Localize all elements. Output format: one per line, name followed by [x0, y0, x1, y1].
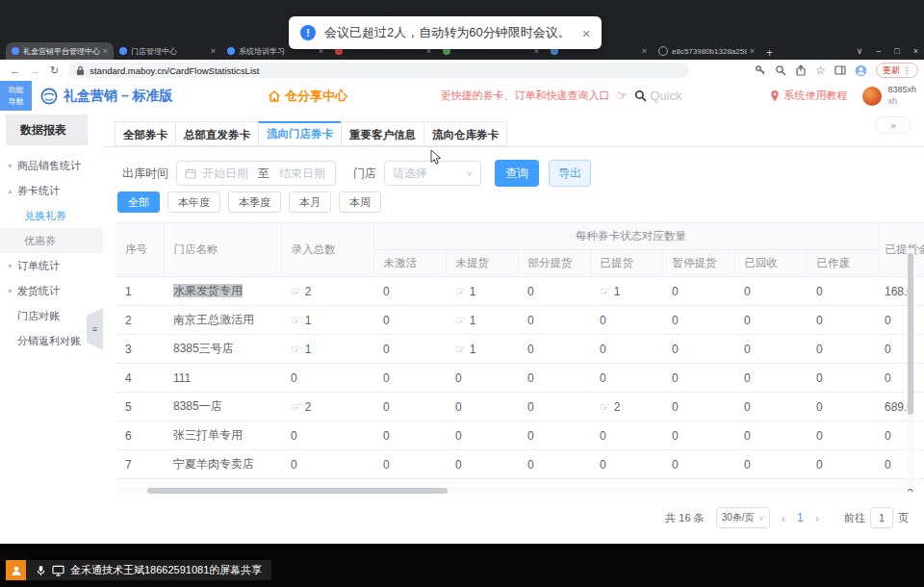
function-nav-button[interactable]: 功能 导航	[0, 81, 32, 111]
prev-page-icon[interactable]: ‹	[782, 511, 785, 525]
sidebar-item[interactable]: ▲券卡统计	[0, 178, 103, 203]
tab-search-icon[interactable]: ∨	[857, 46, 863, 56]
tab-close-icon[interactable]: ×	[103, 46, 108, 56]
pointer-icon[interactable]: ☞	[455, 285, 466, 298]
goto-page-input[interactable]: 1	[870, 507, 893, 528]
meeting-toast: ! 会议已超过2人，自动转为60分钟限时会议。 ×	[289, 16, 602, 49]
content-tab[interactable]: 流向仓库券卡	[424, 121, 507, 146]
content-tab[interactable]: 全部券卡	[115, 121, 176, 146]
brand: 礼盒营销 – 标准版	[40, 81, 173, 111]
pointer-icon[interactable]: ☞	[291, 343, 301, 356]
browser-tab-title: e8c573980b1328a258fd2e6...	[672, 47, 747, 56]
tab-close-icon[interactable]: ×	[750, 46, 755, 56]
date-range-input[interactable]: 开始日期 至 结束日期	[176, 161, 336, 186]
table-cell: 0	[590, 450, 662, 479]
quick-filter-button[interactable]: 本年度	[167, 191, 220, 213]
user-name: 8385xh	[887, 85, 916, 95]
table-row[interactable]: 7宁夏羊肉专卖店000000000	[116, 450, 924, 479]
table-row[interactable]: 4111000000000	[116, 364, 924, 393]
tab-close-icon[interactable]: ×	[642, 46, 647, 56]
calendar-icon	[185, 167, 196, 179]
pointer-icon[interactable]: ☞	[600, 285, 610, 298]
share-status-text: 金禾通技术王斌18662591081的屏幕共享	[70, 563, 262, 577]
arrow-down-icon: ▼	[7, 288, 13, 294]
col-header-store: 门店名称	[164, 223, 281, 277]
sidebar-item[interactable]: ▼发货统计	[0, 278, 103, 303]
content-tab[interactable]: 重要客户信息	[341, 121, 424, 146]
maximize-icon[interactable]: □	[894, 46, 899, 56]
expand-tabs-button[interactable]: »	[876, 116, 911, 134]
address-bar[interactable]: standard.maboy.cn/CardFlowStatisticsList	[68, 63, 689, 78]
table-cell: 0	[590, 335, 662, 364]
table-row[interactable]: 1水果发货专用☞20☞10☞1000168.0	[116, 277, 924, 306]
url-text: standard.maboy.cn/CardFlowStatisticsList	[90, 65, 259, 76]
tab-close-icon[interactable]: ×	[211, 46, 216, 56]
page-size-select[interactable]: 30条/页 ∨	[716, 507, 770, 528]
location-pin-icon	[770, 89, 780, 102]
quick-filter-button[interactable]: 本月	[289, 191, 331, 213]
table-cell: 0	[446, 393, 518, 421]
store-name: 111	[173, 371, 191, 385]
pointer-icon[interactable]: ☞	[291, 285, 301, 298]
status-col-header: 未激活	[373, 250, 446, 277]
current-page[interactable]: 1	[797, 511, 804, 524]
vertical-scrollbar-thumb[interactable]	[908, 253, 913, 415]
browser-tab[interactable]: 门店管理中心×	[114, 42, 221, 60]
quick-search-icon[interactable]	[634, 89, 647, 102]
user-avatar[interactable]	[862, 87, 882, 106]
store-name: 水果发货专用	[173, 284, 243, 297]
table-row[interactable]: 38385三号店☞10☞1000000	[116, 335, 924, 364]
table-row[interactable]: 58385一店☞2000☞2000689.0	[116, 393, 924, 421]
table-cell: 0	[373, 450, 446, 479]
warehouse-share-center-link[interactable]: 仓分享中心	[268, 81, 347, 111]
window-close-icon[interactable]: ×	[913, 46, 918, 56]
quick-label[interactable]: Quick	[650, 89, 681, 103]
back-icon[interactable]: ←	[10, 64, 20, 76]
content-tab[interactable]: 流向门店券卡	[258, 121, 342, 146]
export-button[interactable]: 导出	[549, 160, 591, 187]
content-tab[interactable]: 总部直发券卡	[175, 121, 259, 146]
quick-filter-button[interactable]: 本季度	[228, 191, 281, 213]
browser-tab[interactable]: e8c573980b1328a258fd2e6...×	[653, 42, 760, 60]
sidebar-item[interactable]: ▼订单统计	[0, 253, 103, 278]
refresh-icon[interactable]: ↻	[50, 64, 59, 77]
new-tab-icon[interactable]: +	[766, 46, 773, 60]
table-cell: 0	[662, 364, 734, 393]
toast-close-icon[interactable]: ×	[582, 25, 591, 41]
pointer-icon[interactable]: ☞	[455, 343, 466, 356]
minimize-icon[interactable]: –	[876, 46, 881, 56]
bookmark-star-icon[interactable]: ☆	[815, 64, 826, 77]
table-cell: ☞1	[281, 335, 373, 364]
pointer-icon[interactable]: ☞	[600, 400, 610, 414]
table-cell: 0	[807, 393, 879, 421]
sidebar-item-label: 订单统计	[17, 259, 60, 273]
browser-tab[interactable]: 礼盒营销平台管理中心×	[6, 42, 114, 60]
store-name: 南京王总激活用	[173, 313, 254, 326]
sidebar-item[interactable]: 优惠券	[0, 228, 103, 253]
profile-icon[interactable]	[855, 64, 867, 77]
date-to-label: 至	[258, 166, 270, 182]
tutorial-link[interactable]: 系统使用教程	[770, 89, 847, 103]
pointer-icon[interactable]: ☞	[291, 400, 301, 414]
info-icon: !	[300, 25, 316, 40]
sidebar-item-label: 优惠券	[24, 234, 56, 248]
pointer-icon[interactable]: ☞	[455, 314, 466, 327]
zoom-icon[interactable]	[775, 64, 786, 76]
browser-update-button[interactable]: 更新 ⋮	[876, 63, 918, 78]
quick-filter-button[interactable]: 全部	[117, 191, 160, 213]
next-page-icon[interactable]: ›	[815, 511, 819, 525]
menu-icon: ≡	[92, 324, 97, 334]
sidebar-item[interactable]: ▼商品销售统计	[0, 153, 103, 178]
horizontal-scrollbar-thumb[interactable]	[147, 488, 448, 494]
table-row[interactable]: 6张三打单专用000000000	[116, 421, 924, 450]
quick-filter-button[interactable]: 本周	[339, 191, 381, 213]
side-panel-icon[interactable]	[834, 64, 846, 76]
forward-icon[interactable]: →	[30, 64, 40, 76]
key-icon[interactable]	[755, 64, 766, 76]
pointer-icon[interactable]: ☞	[291, 314, 301, 327]
share-icon[interactable]	[795, 64, 807, 76]
sidebar-item[interactable]: 兑换礼券	[0, 203, 103, 228]
table-row[interactable]: 2南京王总激活用☞10☞1000000	[116, 306, 924, 335]
search-button[interactable]: 查询	[495, 160, 539, 187]
table-cell: 0	[734, 393, 807, 421]
